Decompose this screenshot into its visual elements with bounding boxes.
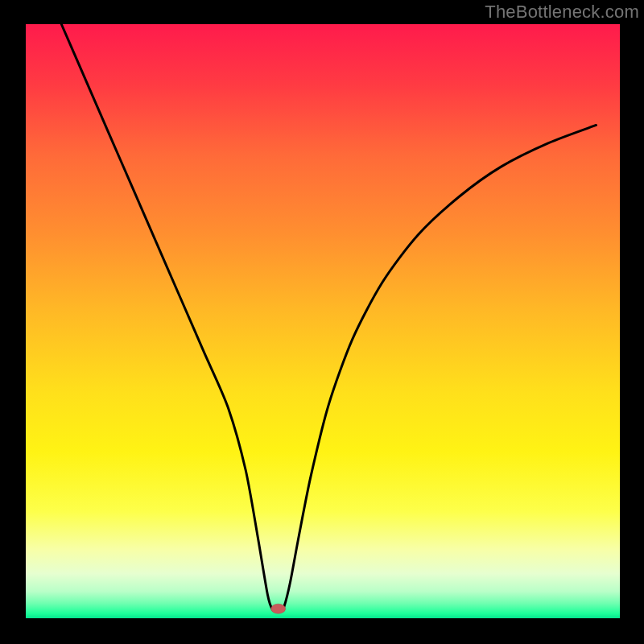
chart-svg: [0, 0, 644, 644]
chart-container: TheBottleneck.com: [0, 0, 644, 644]
watermark-text: TheBottleneck.com: [485, 2, 639, 23]
minimum-marker: [271, 604, 286, 613]
plot-background: [26, 24, 620, 618]
